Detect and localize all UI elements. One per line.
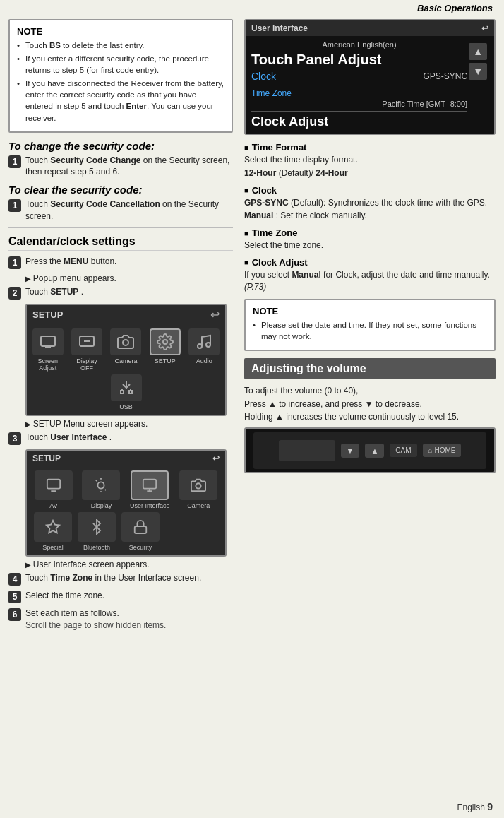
right-device-lang: American English(en): [251, 40, 467, 49]
cal-step-text-1: Press the MENU button.: [25, 256, 116, 268]
right-device-header-label: User Interface: [251, 23, 308, 33]
info-time-zone: Time Zone Select the time zone.: [244, 227, 496, 251]
info-clock-gps: GPS-SYNC (Default): Synchronizes the clo…: [244, 197, 496, 209]
ui-icon-av-box: [35, 470, 73, 500]
info-clock: Clock GPS-SYNC (Default): Synchronizes t…: [244, 185, 496, 223]
scroll-down-button[interactable]: ▼: [469, 63, 487, 80]
right-device-screen: User Interface ↩ American English(en) To…: [244, 19, 496, 135]
cal-step-num-5: 5: [8, 591, 21, 603]
volume-home-label: ⌂ HOME: [423, 444, 462, 457]
ui-icon-display-label: Display: [91, 502, 112, 509]
setup-icon-audio-label: Audio: [196, 357, 212, 364]
change-security-heading: To change the security code:: [8, 140, 233, 152]
ui-icon-bluetooth: Bluetooth: [78, 512, 116, 551]
ui-icon-special-label: Special: [42, 544, 64, 551]
cal-step-4: 4 Touch Time Zone in the User Interface …: [8, 572, 233, 586]
ui-icon-av-label: AV: [49, 502, 57, 509]
svg-point-4: [123, 340, 128, 345]
header-title: Basic Operations: [417, 3, 493, 13]
svg-rect-9: [129, 391, 132, 393]
page-header: Basic Operations: [0, 0, 504, 15]
setup-icon-displayoff-box: [71, 328, 102, 355]
cal-step-2: 2 Touch SETUP .: [8, 286, 233, 300]
cal-step-text-6: Set each item as follows.: [25, 607, 166, 620]
info-clock-adjust-title: Clock Adjust: [244, 257, 496, 268]
cal-step-text-2: Touch SETUP .: [25, 286, 83, 298]
svg-line-18: [105, 490, 106, 490]
ui-back-icon: ↩: [212, 454, 220, 463]
info-clock-adjust-desc: If you select Manual for Clock, adjust t…: [244, 269, 496, 293]
cal-step-1: 1 Press the MENU button.: [8, 256, 233, 269]
setup-icon-displayoff: Display OFF: [70, 328, 104, 372]
volume-cam-label: CAM: [390, 444, 416, 457]
ui-icon-camera: Camera: [179, 470, 217, 509]
step-num-cs1: 1: [8, 155, 21, 168]
cal-step-num-1: 1: [8, 256, 21, 269]
volume-down-btn[interactable]: ▼: [341, 444, 360, 458]
right-device-gps: GPS-SYNC: [423, 71, 467, 81]
setup-icon-audio: Audio: [187, 328, 221, 372]
setup-icon-usb-label: USB: [119, 403, 133, 410]
setup-icon-camera: Camera: [109, 328, 143, 372]
change-security-step1: 1 Touch Security Code Change on the Secu…: [8, 155, 233, 179]
setup-back-icon: ↩: [210, 308, 220, 321]
ui-icon-bluetooth-box: [78, 512, 116, 542]
right-device-header: User Interface ↩: [246, 20, 494, 36]
volume-desc2: Press ▲ to increase, and press ▼ to decr…: [244, 398, 496, 410]
ui-icon-security-box: [121, 512, 160, 542]
svg-point-14: [98, 482, 104, 488]
note-list-1: Touch BS to delete the last entry. If yo…: [17, 40, 224, 124]
setup-icon-usb-box: [111, 374, 142, 401]
right-column: User Interface ↩ American English(en) To…: [241, 19, 496, 635]
note-box-2: NOTE Please set the date and time. If th…: [244, 299, 496, 351]
volume-section: Adjusting the volume: [244, 358, 496, 379]
cal-step-2-result: SETUP Menu screen appears.: [25, 419, 233, 429]
svg-line-17: [96, 480, 97, 481]
setup-icon-setup-label: SETUP: [155, 357, 176, 364]
note-title-2: NOTE: [253, 306, 487, 316]
note-item-2-1: Please set the date and time. If they no…: [253, 319, 487, 342]
left-column: NOTE Touch BS to delete the last entry. …: [8, 19, 241, 635]
svg-rect-19: [143, 480, 156, 489]
info-time-format-title: Time Format: [244, 142, 496, 153]
ui-icon-camera-label: Camera: [187, 502, 210, 509]
volume-up-btn[interactable]: ▲: [365, 444, 384, 458]
svg-rect-8: [121, 391, 124, 393]
setup-screen: SETUP ↩ ScreenAdjust Display OFF: [25, 304, 227, 416]
ui-icons-row2: Special Bluetooth Security: [31, 512, 221, 551]
svg-point-7: [206, 343, 210, 347]
right-device-back-icon: ↩: [481, 23, 488, 33]
svg-point-22: [196, 483, 200, 488]
ui-icon-userinterface: User Interface: [130, 470, 170, 509]
setup-screen-label: SETUP: [32, 309, 63, 320]
note-item-2: If you enter a different security code, …: [17, 53, 224, 76]
cal-step-3-result: User Interface screen appears.: [25, 559, 233, 569]
ui-icon-display: Display: [82, 470, 120, 509]
svg-rect-24: [135, 526, 147, 533]
scroll-up-button[interactable]: ▲: [469, 43, 487, 60]
step-text-cls1: Touch Security Code Cancellation on the …: [25, 198, 233, 223]
cal-step-num-6: 6: [8, 608, 21, 621]
ui-icon-special-box: [34, 512, 72, 542]
right-device-divider1: [251, 85, 467, 85]
info-clock-adjust: Clock Adjust If you select Manual for Cl…: [244, 257, 496, 293]
right-device-content: American English(en) Touch Panel Adjust …: [246, 36, 494, 134]
footer-language: English: [457, 802, 485, 812]
ui-screen-label: SETUP: [32, 454, 61, 463]
ui-icon-av: AV: [35, 470, 73, 509]
cal-step-5: 5 Select the time zone.: [8, 590, 233, 603]
ui-screen-header: SETUP ↩: [27, 451, 225, 466]
note-item-1: Touch BS to delete the last entry.: [17, 40, 224, 51]
note-item-3: If you have disconnected the Receiver fr…: [17, 78, 224, 123]
clear-security-step1: 1 Touch Security Code Cancellation on th…: [8, 198, 233, 223]
ui-icon-special: Special: [34, 512, 72, 551]
svg-rect-0: [41, 336, 55, 346]
cal-step-text-5: Select the time zone.: [25, 590, 104, 602]
step-text-cs1: Touch Security Code Change on the Securi…: [25, 155, 233, 179]
footer-page: 9: [487, 801, 493, 812]
setup-icon-camera-label: Camera: [114, 357, 137, 364]
right-device-main: American English(en) Touch Panel Adjust …: [251, 40, 488, 129]
ui-icon-display-box: [82, 470, 120, 500]
info-time-format-options: 12-Hour (Default)/ 24-Hour: [244, 167, 496, 179]
page-footer: English 9: [457, 801, 493, 812]
